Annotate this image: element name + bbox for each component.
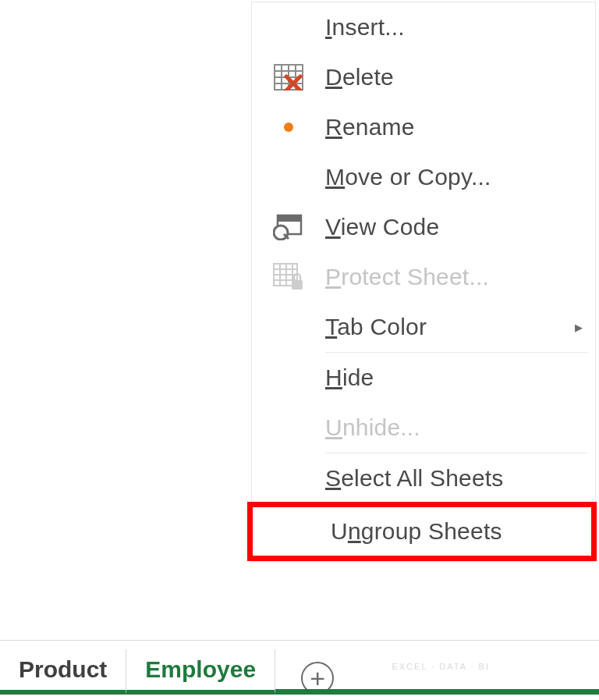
svg-rect-18 (292, 280, 303, 290)
menu-hide[interactable]: Hide (252, 353, 595, 403)
submenu-arrow-icon: ▸ (575, 318, 583, 336)
menu-move-copy-label: Move or Copy... (325, 164, 491, 190)
menu-rename-label: Rename (325, 114, 415, 140)
menu-unhide: Unhide... (252, 403, 595, 453)
svg-rect-8 (278, 215, 301, 222)
menu-view-code[interactable]: View Code (252, 202, 595, 252)
menu-ungroup-label: Ungroup Sheets (331, 518, 502, 545)
menu-view-code-label: View Code (325, 214, 439, 240)
menu-move-copy[interactable]: Move or Copy... (252, 152, 595, 202)
menu-ungroup-sheets[interactable]: Ungroup Sheets (247, 502, 597, 561)
menu-select-all-sheets[interactable]: Select All Sheets (252, 453, 595, 503)
menu-insert-label: Insert... (325, 14, 405, 41)
view-code-icon (252, 214, 325, 240)
menu-hide-label: Hide (325, 364, 374, 391)
menu-unhide-label: Unhide... (325, 414, 420, 441)
menu-protect-sheet: Protect Sheet... (252, 252, 595, 302)
menu-tab-color-label: Tab Color (325, 314, 427, 340)
sheet-tab-employee-label: Employee (145, 656, 256, 683)
protect-sheet-icon (252, 263, 325, 291)
sheet-context-menu: Insert... Delete Rename Move or Copy... (251, 2, 596, 562)
menu-select-all-label: Select All Sheets (325, 465, 504, 492)
menu-tab-color[interactable]: Tab Color ▸ (252, 302, 595, 352)
menu-delete-label: Delete (325, 64, 394, 91)
rename-preview-icon (252, 123, 325, 132)
sheet-tab-employee[interactable]: Employee (126, 649, 275, 695)
watermark-text: EXCEL · DATA · BI (392, 662, 491, 671)
menu-delete[interactable]: Delete (252, 52, 595, 102)
sheet-tab-product[interactable]: Product (0, 649, 126, 695)
menu-rename[interactable]: Rename (252, 102, 595, 152)
menu-insert[interactable]: Insert... (252, 2, 595, 52)
sheet-tab-bar: Product Employee + EXCEL · DATA · BI (0, 640, 599, 695)
menu-protect-sheet-label: Protect Sheet... (325, 264, 489, 290)
delete-sheet-icon (252, 64, 325, 91)
sheet-tab-product-label: Product (19, 656, 107, 683)
